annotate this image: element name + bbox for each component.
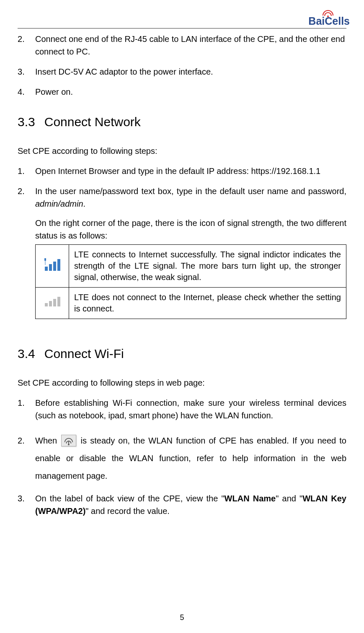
table-row: LTE connects to Internet successfully. T… xyxy=(36,245,346,288)
signal-disconnected-cell xyxy=(36,288,69,319)
svg-rect-9 xyxy=(53,299,56,306)
section-3-4-step-3e: " and record the value. xyxy=(85,506,170,516)
page-number: 5 xyxy=(0,613,364,622)
logo-text-cells: Cells xyxy=(325,15,350,27)
wifi-steady-icon xyxy=(61,435,76,446)
step-3-text: Insert DC-5V AC adaptor to the power int… xyxy=(35,67,213,76)
continued-steps-list: Connect one end of the RJ-45 cable to LA… xyxy=(18,33,346,98)
heading-3-4-title: Connect Wi-Fi xyxy=(44,347,124,361)
section-3-3-step-1-text: Open Internet Browser and type in the de… xyxy=(35,166,320,176)
svg-rect-10 xyxy=(57,297,60,306)
signal-connected-desc: LTE connects to Internet successfully. T… xyxy=(69,245,346,288)
heading-3-3-num: 3.3 xyxy=(18,112,35,131)
section-3-4-intro: Set CPE according to following steps in … xyxy=(18,376,346,389)
section-3-4-step-3: On the label of back view of the CPE, vi… xyxy=(18,492,346,517)
heading-3-4: 3.4Connect Wi-Fi xyxy=(18,344,346,363)
svg-rect-1 xyxy=(44,258,46,261)
section-3-4-step-3a: On the label of back view of the CPE, vi… xyxy=(35,494,225,503)
section-3-3-step-2a: In the user name/password text box, type… xyxy=(35,187,346,196)
section-3-3-step-2b: admin/admin xyxy=(35,199,83,208)
step-2-text: Connect one end of the RJ-45 cable to LA… xyxy=(35,34,345,56)
table-row: LTE does not connect to the Internet, pl… xyxy=(36,288,346,319)
section-3-4-steps: Before establishing Wi-Fi connection, ma… xyxy=(18,397,346,517)
svg-rect-4 xyxy=(49,264,52,271)
section-3-4-step-1-text: Before establishing Wi-Fi connection, ma… xyxy=(35,398,346,420)
section-3-4-step-2a: When xyxy=(35,436,60,445)
svg-rect-3 xyxy=(45,267,48,271)
signal-disconnected-icon xyxy=(44,300,61,309)
signal-disconnected-desc: LTE does not connect to the Internet, pl… xyxy=(69,288,346,319)
step-4-text: Power on. xyxy=(35,87,73,96)
section-3-4-step-1: Before establishing Wi-Fi connection, ma… xyxy=(18,397,346,422)
heading-3-4-num: 3.4 xyxy=(18,344,35,363)
section-3-4-step-3b: WLAN Name xyxy=(225,494,276,503)
heading-3-3-title: Connect Network xyxy=(44,115,141,129)
step-4: Power on. xyxy=(18,86,346,98)
page-content: Connect one end of the RJ-45 cable to LA… xyxy=(18,33,346,517)
section-3-3-step-2-inner: On the right corner of the page, there i… xyxy=(35,217,346,242)
svg-rect-5 xyxy=(53,262,56,271)
step-3: Insert DC-5V AC adaptor to the power int… xyxy=(18,65,346,78)
brand-logo: BaiCells xyxy=(304,10,350,26)
section-3-3-intro: Set CPE according to following steps: xyxy=(18,145,346,157)
step-2: Connect one end of the RJ-45 cable to LA… xyxy=(18,33,346,58)
section-3-4-step-3c: " and " xyxy=(276,494,302,503)
section-3-4-step-2: When is steady on, the WLAN function of … xyxy=(18,432,346,485)
section-3-4-step-2b: is steady on, the WLAN function of CPE h… xyxy=(35,436,346,480)
logo-text-bai: Bai xyxy=(308,15,325,27)
signal-status-table: LTE connects to Internet successfully. T… xyxy=(35,244,346,319)
svg-point-12 xyxy=(68,444,70,445)
section-3-3-step-2: In the user name/password text box, type… xyxy=(18,185,346,319)
signal-connected-icon xyxy=(44,264,61,273)
signal-connected-cell xyxy=(36,245,69,288)
header-rule: BaiCells xyxy=(18,13,346,29)
section-3-3-steps: Open Internet Browser and type in the de… xyxy=(18,165,346,319)
heading-3-3: 3.3Connect Network xyxy=(18,112,346,131)
section-3-3-step-2c: . xyxy=(83,199,86,208)
section-3-3-step-1: Open Internet Browser and type in the de… xyxy=(18,165,346,177)
svg-rect-7 xyxy=(45,303,48,306)
svg-rect-8 xyxy=(49,301,52,306)
svg-rect-6 xyxy=(57,259,60,271)
